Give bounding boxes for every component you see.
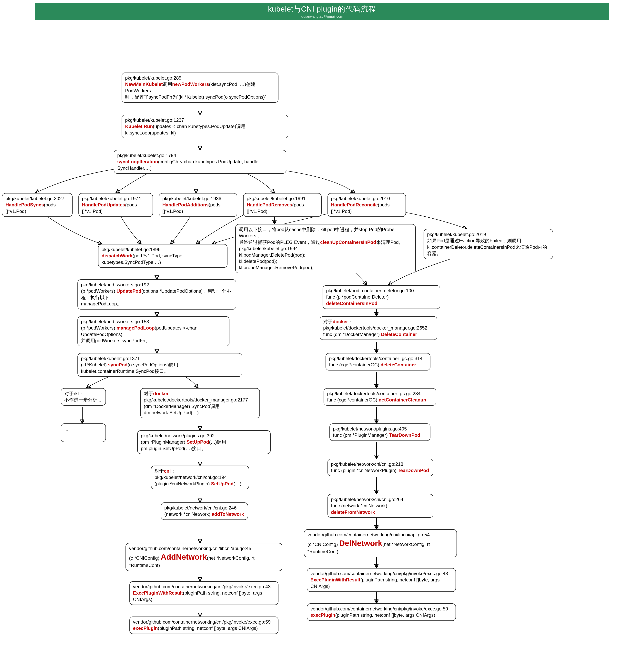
text-span: (network *cniNetwork) [164, 512, 212, 517]
node-line: pkg/kubelet/dockertools/docker_manager.g… [144, 397, 256, 403]
node-file-ref: pkg/kubelet/pod_workers.go:153 [81, 319, 226, 325]
node-file-ref: pkg/kubelet/kubelet.go:285 [125, 75, 275, 81]
node-gc-deletecontainer: pkg/kubelet/dockertools/container_gc.go:… [325, 353, 430, 371]
fn-execpluginwithresult: ExecPluginWithResult [133, 590, 183, 596]
node-line: 并调用podWorkers.syncPodFn。 [81, 338, 226, 344]
text-span: (plugin *cniNetworkPlugin) [155, 481, 211, 487]
text-span: 最终通过捕获Pod的PLEG Event，通过 [239, 240, 320, 245]
node-line: (kl *Kubelet) syncPod(o syncPodOptions)调… [81, 362, 239, 374]
node-line: ... [64, 426, 103, 432]
text-span: (p *podWorkers) [81, 288, 117, 293]
header-banner: kubelet与CNI plugin的代码流程 xidianwangtao@gm… [35, 3, 609, 20]
text-span: (pm *PluginManager) [141, 439, 187, 445]
node-netcontainercleanup: pkg/kubelet/dockertools/container_gc.go:… [324, 388, 436, 406]
fn-deletecontainer: DeleteContainer [381, 332, 417, 337]
node-line: 不作进一步分析... [64, 397, 103, 403]
node-line: 调用以下接口，将pod从cache中删除，kill pod中进程，并stop P… [239, 226, 412, 239]
fn-execplugin2: execPlugin [310, 612, 335, 618]
text-span: 调用以下接口，将pod从cache中删除，kill pod中进程，并stop P… [239, 227, 395, 238]
fn-setuppod: SetUpPod [187, 439, 209, 445]
node-ellipsis: ... [61, 423, 106, 442]
node-line: 时，配置了syncPodFn为`(kl *Kubelet) syncPod(o … [125, 94, 275, 100]
node-line: kl.probeManager.RemovePod(pod); [239, 264, 412, 271]
node-cni-teardownpod: pkg/kubelet/network/cni/cni.go:218 func … [327, 459, 433, 476]
fn-netcontainercleanup: netContainerCleanup [379, 397, 426, 403]
node-file-ref: pkg/kubelet/kubelet.go:1237 [125, 117, 285, 123]
node-reconcile-note: pkg/kubelet/kubelet.go:2019 如果Pod是通过Evic… [424, 229, 553, 259]
node-line: kl.deletePod(pod); [239, 258, 412, 264]
text-span: ： [348, 319, 353, 324]
fn-syncloopiteration: syncLoopIteration [117, 159, 158, 164]
fn-handlepodremoves: HandlePodRemoves [247, 202, 292, 207]
node-line: 对于docker： [323, 319, 434, 325]
node-file-ref: pkg/kubelet/kubelet.go:2010 [331, 195, 402, 202]
node-addtonetwork: pkg/kubelet/network/cni/cni.go:246 (netw… [161, 502, 248, 520]
node-line: kl.podManager.DeletePod(pod); [239, 252, 412, 258]
text-span: (pluginPath string, netconf []byte, args… [158, 625, 258, 631]
text-cni: cni [164, 468, 171, 473]
node-rkt: 对于rkt： 不作进一步分析... [61, 388, 106, 406]
node-line: Kubelet.Run(updates <-chan kubetypes.Pod… [125, 123, 285, 136]
node-file-ref: vendor/github.com/containernetworking/cn… [133, 584, 275, 590]
text-span: func (cgc *containerGC) [327, 397, 379, 403]
node-line: 对于cni： [155, 468, 246, 474]
fn-syncpod: syncPod [108, 362, 128, 367]
fn-cni-teardownpod: TearDownPod [398, 468, 429, 473]
node-line: (plugin *cniNetworkPlugin) SetUpPod(…) [155, 481, 246, 487]
text-docker: docker [153, 391, 169, 396]
node-file-ref: vendor/github.com/containernetworking/cn… [308, 532, 453, 538]
node-removes-note: 调用以下接口，将pod从cache中删除，kill pod中进程，并stop P… [235, 224, 416, 273]
node-line: func (plugin *cniNetworkPlugin) TearDown… [331, 467, 430, 473]
node-file-ref: pkg/kubelet/network/cni/cni.go:246 [164, 505, 245, 511]
fn-dispatchwork: dispatchWork [102, 253, 133, 259]
node-file-ref: pkg/kubelet/kubelet.go:2027 [5, 195, 69, 202]
node-line: pkg/kubelet/network/cni/cni.go:194 [155, 474, 246, 480]
node-line: (c *CNIConfig) DelNetwork(net *NetworkCo… [308, 538, 453, 555]
page-subtitle: xidianwangtao@gmail.com [301, 14, 343, 19]
text-span: 对于 [323, 319, 333, 324]
node-handlepodsyncs: pkg/kubelet/kubelet.go:2027 HandlePodSyn… [2, 193, 73, 217]
node-execplugin-del: vendor/github.com/containernetworking/cn… [307, 603, 456, 621]
node-deletecontainer: 对于docker： pkg/kubelet/dockertools/docker… [320, 316, 437, 340]
text-span: 调用 [163, 82, 172, 87]
node-file-ref: pkg/kubelet/kubelet.go:1936 [163, 195, 234, 202]
node-line: (p *podWorkers) managePodLoop(podUpdates… [81, 325, 226, 338]
text-span: 来清理Pod。 [376, 240, 403, 245]
node-line: func (pm *PluginManager) TearDownPod [333, 432, 427, 438]
fn-managepodloop: managePodLoop [117, 325, 155, 331]
fn-handlepodsyncs: HandlePodSyncs [5, 202, 44, 207]
node-file-ref: pkg/kubelet/pod_workers.go:192 [81, 282, 233, 288]
node-handlepodreconcile: pkg/kubelet/kubelet.go:2010 HandlePodRec… [327, 193, 406, 217]
page-title: kubelet与CNI plugin的代码流程 [268, 4, 376, 14]
text-span: ： [169, 391, 174, 396]
node-file-ref: vendor/github.com/containernetworking/cn… [310, 571, 452, 577]
node-line: func (cgc *containerGC) deleteContainer [329, 362, 427, 368]
fn-addnetwork: AddNetwork [160, 553, 207, 561]
fn-deletefromnetwork: deleteFromNetwork [331, 509, 375, 515]
fn-cni-setuppod: SetUpPod [211, 481, 234, 487]
node-teardownpod: pkg/kubelet/network/plugins.go:405 func … [330, 423, 430, 441]
node-line: (network *cniNetwork) addToNetwork [164, 511, 245, 517]
node-deletefromnetwork: pkg/kubelet/network/cni/cni.go:264 func … [327, 494, 433, 518]
node-line: pkg/kubelet/dockertools/docker_manager.g… [323, 325, 434, 331]
text-span: func (pm *PluginManager) [333, 432, 389, 438]
node-file-ref: vendor/github.com/containernetworking/cn… [133, 619, 275, 625]
node-file-ref: pkg/kubelet/dockertools/container_gc.go:… [329, 356, 427, 362]
node-line: HandlePodRemoves(pods []*v1.Pod) [247, 202, 318, 215]
text-span: (c *CNIConfig) [308, 542, 339, 547]
fn-handlepodadditions: HandlePodAdditions [163, 202, 208, 207]
fn-cleanupcontainersinpod: cleanUpContainersInPod [320, 240, 376, 245]
node-line: func (p *podContainerDeletor) deleteCont… [326, 294, 437, 307]
text-span: (…) [234, 481, 241, 487]
fn-addtonetwork: addToNetwork [212, 512, 244, 517]
node-syncpod: pkg/kubelet/kubelet.go:1371 (kl *Kubelet… [77, 353, 242, 377]
text-docker2: docker [333, 319, 348, 324]
node-line: syncLoopIteration(configCh <-chan kubety… [117, 159, 283, 171]
text-span: func (p *podContainerDeletor) [326, 294, 389, 300]
node-handlepodupdates: pkg/kubelet/kubelet.go:1974 HandlePodUpd… [79, 193, 153, 217]
node-line: HandlePodSyncs(pods []*v1.Pod) [5, 202, 69, 215]
node-newmainkubelet: pkg/kubelet/kubelet.go:285 NewMainKubele… [122, 73, 278, 103]
text-span: func (cgc *containerGC) [329, 362, 381, 367]
node-line: pkg/kubelet/kubelet.go:1994 [239, 245, 412, 252]
node-docker-syncpod: 对于docker： pkg/kubelet/dockertools/docker… [140, 388, 260, 418]
